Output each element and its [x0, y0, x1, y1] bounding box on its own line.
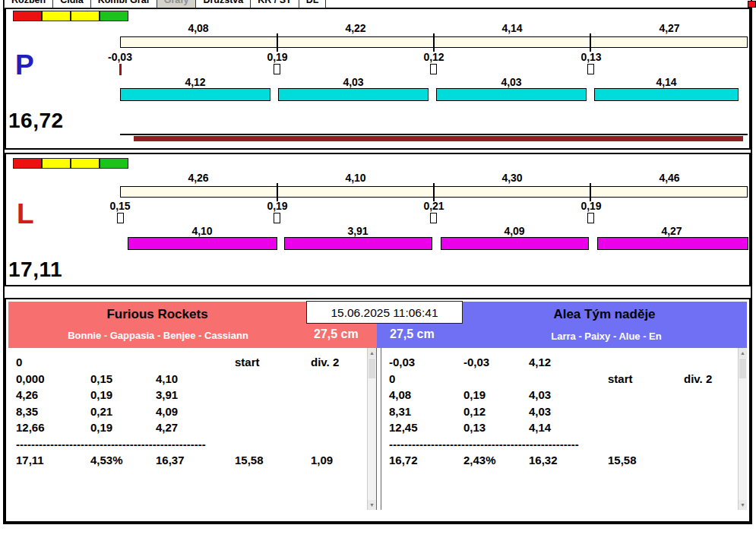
- exchange-time: -0,03: [90, 51, 150, 63]
- result-row: 12,450,134,14: [389, 419, 738, 436]
- segment-time-bar: 4,27: [641, 225, 702, 237]
- result-rows-right: -0,03-0,034,120startdiv. 24,080,194,038,…: [381, 348, 738, 469]
- scrollbar-thumb[interactable]: [369, 359, 375, 378]
- result-text-right[interactable]: -0,03-0,034,120startdiv. 24,080,194,038,…: [381, 348, 747, 510]
- scroll-up-icon[interactable]: ▲: [368, 348, 376, 358]
- exchange-time: 0,21: [403, 200, 464, 212]
- result-row: 17,114,53%16,3715,581,09: [16, 452, 367, 469]
- exchange-marker: [274, 213, 280, 223]
- results-panel: Furious Rockets Bonnie - Gappasia - Benj…: [5, 298, 751, 523]
- segment-time-top: 4,46: [639, 172, 700, 184]
- tab-cidla[interactable]: Cidla: [52, 0, 91, 8]
- segment-time-bar: 4,09: [484, 225, 545, 237]
- result-cell: 0,12: [463, 403, 529, 420]
- result-cell: [235, 371, 311, 387]
- segment-time-bar: 4,03: [323, 76, 384, 88]
- tab-kombi-graf[interactable]: Kombi Graf: [90, 0, 157, 8]
- time-scale-bar: [120, 36, 748, 48]
- result-cell: [311, 371, 367, 387]
- scrollbar-right[interactable]: ▲ ▼: [738, 348, 747, 510]
- segment-time-bar: 3,91: [327, 225, 388, 237]
- result-cell: 4,27: [156, 419, 235, 436]
- segment-bar: [128, 237, 277, 250]
- status-lights: [13, 11, 128, 21]
- result-cell: [311, 403, 367, 420]
- result-cell: [608, 403, 684, 420]
- result-cell: 0,19: [90, 387, 156, 403]
- status-light-3: [71, 11, 100, 21]
- result-cell: div. 2: [311, 354, 367, 371]
- result-cell: 15,58: [608, 452, 684, 469]
- scroll-down-icon[interactable]: ▼: [368, 500, 376, 510]
- exchange-marker: [117, 213, 124, 223]
- scroll-up-icon[interactable]: ▲: [739, 348, 747, 358]
- result-cell: 4,53%: [90, 452, 156, 469]
- exchange-time: 0,12: [403, 51, 464, 63]
- scroll-down-icon[interactable]: ▼: [739, 500, 747, 510]
- lane-letter-p: P: [15, 51, 34, 79]
- result-row: 0,0000,154,10: [16, 371, 367, 387]
- segment-time-bar: 4,14: [636, 76, 697, 88]
- result-cell: 0,13: [463, 419, 529, 436]
- result-cell: 3,91: [156, 387, 235, 403]
- status-light-3: [71, 158, 100, 169]
- exchange-time: 0,19: [247, 51, 308, 63]
- finish-line: [120, 134, 748, 135]
- segment-time-top: 4,27: [639, 22, 700, 34]
- result-cell: 15,58: [235, 452, 311, 469]
- result-row: 4,080,194,03: [389, 387, 738, 403]
- segment-bar: [120, 88, 270, 101]
- result-cell: 0,19: [90, 419, 156, 436]
- tab-dl[interactable]: DL: [299, 0, 327, 8]
- result-cell: [684, 387, 738, 403]
- tab-druzstva[interactable]: Družstva: [195, 0, 251, 8]
- result-cell: 0,21: [90, 403, 156, 420]
- result-cell: 17,11: [16, 452, 90, 469]
- result-cell: [608, 387, 684, 403]
- result-cell: [684, 403, 738, 420]
- lane-total-time: 16,72: [8, 109, 64, 133]
- status-light-4: [100, 11, 128, 21]
- tab-rozbeh[interactable]: Rozbeh: [4, 0, 53, 8]
- result-cell: 2,43%: [463, 452, 529, 469]
- result-row: 4,260,193,91: [16, 387, 367, 403]
- status-light-2: [42, 158, 71, 169]
- result-row: 8,350,214,09: [16, 403, 367, 420]
- result-text-left[interactable]: 0startdiv. 20,0000,154,104,260,193,918,3…: [8, 348, 377, 510]
- scale-tick: [590, 33, 591, 52]
- result-cell: 16,72: [389, 452, 463, 469]
- tab-bar: Rozbeh Cidla Kombi Graf Grafy Družstva K…: [5, 0, 326, 8]
- result-cell: [684, 419, 738, 436]
- result-cell: div. 2: [684, 371, 738, 387]
- result-row: 0startdiv. 2: [389, 371, 738, 387]
- timestamp: 15.06.2025 11:06:41: [306, 301, 463, 324]
- result-row: 16,722,43%16,3215,58: [389, 452, 738, 469]
- status-light-1: [13, 158, 42, 169]
- result-cell: [529, 371, 608, 387]
- scrollbar-left[interactable]: ▲ ▼: [367, 348, 376, 510]
- separator-row: ----------------------------------------…: [389, 436, 738, 453]
- time-scale-bar: [120, 186, 748, 198]
- result-cell: 4,14: [529, 419, 608, 436]
- scale-tick: [590, 183, 591, 201]
- lane-panel-l: 4,26 4,10 4,30 4,46 0,15 0,19 0,21 0,19 …: [5, 153, 751, 286]
- result-cell: 4,10: [156, 371, 235, 387]
- result-cell: 8,31: [389, 403, 463, 420]
- result-cell: start: [235, 354, 311, 371]
- exchange-marker: [587, 64, 594, 74]
- status-light-1: [13, 11, 42, 21]
- scrollbar-thumb[interactable]: [739, 359, 746, 378]
- result-cell: 16,32: [529, 452, 608, 469]
- result-cell: [463, 371, 529, 387]
- exchange-time: 0,13: [561, 51, 622, 63]
- result-cell: [235, 403, 311, 420]
- tab-kr-st[interactable]: KR / ST: [250, 0, 299, 8]
- segment-bar: [284, 237, 432, 250]
- result-cell: [235, 387, 311, 403]
- segment-time-bar: 4,10: [172, 225, 232, 237]
- start-marker: [119, 64, 122, 75]
- segment-bar: [594, 88, 739, 101]
- segment-bar: [278, 88, 429, 101]
- tab-grafy[interactable]: Grafy: [157, 0, 197, 8]
- segment-time-top: 4,26: [168, 172, 229, 184]
